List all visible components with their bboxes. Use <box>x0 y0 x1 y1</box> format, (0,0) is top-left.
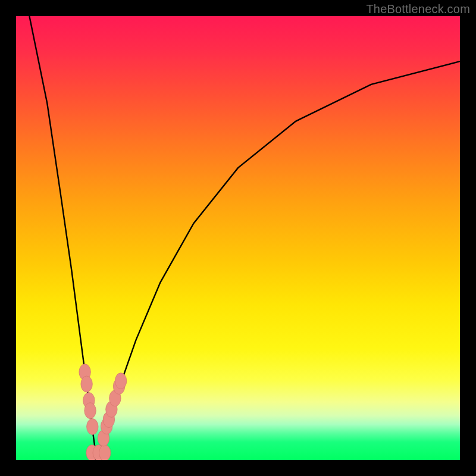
curve-right-branch <box>96 61 460 460</box>
chart-frame: TheBottleneck.com <box>0 0 476 476</box>
watermark-text: TheBottleneck.com <box>366 2 470 16</box>
data-marker <box>99 445 111 460</box>
data-marker <box>81 376 92 392</box>
plot-area <box>16 16 460 460</box>
data-marker <box>87 419 98 435</box>
bottleneck-curves <box>29 16 460 460</box>
curves-layer <box>16 16 460 460</box>
data-marker <box>115 373 126 389</box>
marker-cluster <box>79 364 127 460</box>
data-marker <box>84 403 96 419</box>
